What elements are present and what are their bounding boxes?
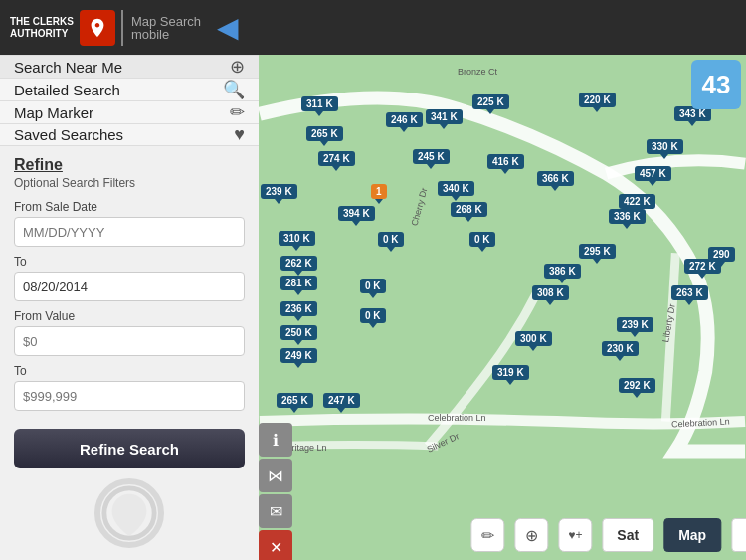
map-pin[interactable]: 0 K xyxy=(378,232,404,247)
from-sale-date-row: From Sale Date xyxy=(14,200,245,247)
logo-text: The Clerks Authority xyxy=(10,16,74,40)
map-pin[interactable]: 366 K xyxy=(537,171,574,186)
map-pin[interactable]: 265 K xyxy=(277,393,313,408)
map-pin[interactable]: 300 K xyxy=(515,331,552,346)
street-label-silver-dr: Silver Dr xyxy=(426,431,462,455)
from-value-label: From Value xyxy=(14,309,245,323)
map-pin[interactable]: 0 K xyxy=(360,279,386,293)
map-pin[interactable]: 239 K xyxy=(261,184,297,199)
count-badge: 43 xyxy=(691,60,741,109)
map-pin[interactable]: 239 K xyxy=(617,317,653,332)
map-pin[interactable]: 416 K xyxy=(487,154,524,169)
map-pin[interactable]: 457 K xyxy=(635,166,671,181)
map-pin[interactable]: 292 K xyxy=(619,378,655,393)
map-pin[interactable]: 274 K xyxy=(318,151,355,166)
map-pin[interactable]: 281 K xyxy=(280,276,317,290)
bottom-toolbar: ✏ ⊕ ♥+ Sat Map List xyxy=(470,518,746,552)
sidebar-item-search-near-me[interactable]: Search Near Me ⊕ xyxy=(0,55,259,79)
street-label-cherry-dr: Cherry Dr xyxy=(410,187,430,227)
from-sale-date-input[interactable] xyxy=(14,217,245,247)
side-icons-panel: ℹ ⋈ ✉ ✕ xyxy=(259,423,292,560)
list-button[interactable]: List xyxy=(731,518,746,552)
map-pin[interactable]: 236 K xyxy=(280,301,317,316)
back-button[interactable]: ◀ xyxy=(217,11,239,44)
map-pin[interactable]: 336 K xyxy=(609,209,646,224)
map-pin[interactable]: 0 K xyxy=(360,308,386,323)
share-icon-btn[interactable]: ⋈ xyxy=(259,459,292,492)
map-heart-plus-icon[interactable]: ♥+ xyxy=(558,518,592,552)
info-icon-btn[interactable]: ℹ xyxy=(259,423,292,457)
to-value-input[interactable] xyxy=(14,381,245,411)
refine-subtitle: Optional Search Filters xyxy=(14,176,245,190)
map-pin[interactable]: 265 K xyxy=(306,126,343,141)
search-icon: 🔍 xyxy=(223,79,245,100)
map-location-icon[interactable]: ⊕ xyxy=(514,518,548,552)
to-value-label: To xyxy=(14,364,245,378)
header-divider xyxy=(121,10,123,46)
map-pin[interactable]: 295 K xyxy=(579,244,616,259)
map-pin[interactable]: 308 K xyxy=(532,285,569,300)
refine-search-button[interactable]: Refine Search xyxy=(14,429,245,468)
street-label-liberty-dr: Liberty Dr xyxy=(660,303,677,343)
pencil-icon: ✏ xyxy=(230,101,245,123)
map-pin[interactable]: 311 K xyxy=(301,96,338,111)
map-pin[interactable]: 230 K xyxy=(602,341,639,356)
map-pin[interactable]: 263 K xyxy=(671,285,708,300)
map-pin[interactable]: 330 K xyxy=(647,139,683,154)
header: The Clerks Authority Map Search mobile ◀ xyxy=(0,0,746,55)
map-pin[interactable]: 394 K xyxy=(338,206,375,221)
to-date-label: To xyxy=(14,255,245,269)
map-pin[interactable]: 319 K xyxy=(492,365,529,380)
sat-button[interactable]: Sat xyxy=(602,518,653,552)
sidebar-item-map-marker[interactable]: Map Marker ✏ xyxy=(0,101,259,124)
map-pencil-icon[interactable]: ✏ xyxy=(470,518,504,552)
map-pin[interactable]: 250 K xyxy=(280,325,317,340)
from-value-row: From Value xyxy=(14,309,245,356)
map-area[interactable]: Bronze Ct Cherry Dr Liberty Dr Celebrati… xyxy=(259,55,746,560)
main-content: Search Near Me ⊕ Detailed Search 🔍 Map M… xyxy=(0,55,746,560)
map-button[interactable]: Map xyxy=(663,518,721,552)
heart-icon: ♥ xyxy=(234,124,245,145)
street-label-celebration-ln-2: Celebration Ln xyxy=(671,416,730,429)
to-value-row: To xyxy=(14,364,245,411)
map-pin[interactable]: 245 K xyxy=(413,149,450,164)
map-pin[interactable]: 0 K xyxy=(469,232,495,247)
refine-section: Refine Optional Search Filters From Sale… xyxy=(0,146,259,560)
map-pin[interactable]: 225 K xyxy=(472,94,509,109)
map-pin[interactable]: 1 xyxy=(371,184,387,199)
street-label-bronze-ct: Bronze Ct xyxy=(458,67,497,77)
watermark xyxy=(14,468,245,553)
location-target-icon: ⊕ xyxy=(230,56,245,78)
map-pin[interactable]: 341 K xyxy=(426,109,463,124)
app-title: Map Search mobile xyxy=(131,15,201,41)
map-pin[interactable]: 246 K xyxy=(386,112,423,127)
map-pin[interactable]: 340 K xyxy=(438,181,474,196)
map-pin[interactable]: 249 K xyxy=(280,348,317,363)
map-pin[interactable]: 268 K xyxy=(451,202,487,217)
to-date-row: To xyxy=(14,255,245,301)
from-value-input[interactable] xyxy=(14,326,245,356)
map-pin[interactable]: 272 K xyxy=(684,259,721,274)
map-pin[interactable]: 262 K xyxy=(280,256,317,271)
sidebar: Search Near Me ⊕ Detailed Search 🔍 Map M… xyxy=(0,55,259,560)
from-sale-date-label: From Sale Date xyxy=(14,200,245,214)
watermark-logo xyxy=(94,478,164,548)
map-pin[interactable]: 220 K xyxy=(579,93,616,107)
sidebar-item-saved-searches[interactable]: Saved Searches ♥ xyxy=(0,124,259,146)
logo-icon xyxy=(80,10,115,46)
mail-icon-btn[interactable]: ✉ xyxy=(259,494,292,528)
map-pin[interactable]: 422 K xyxy=(619,194,655,209)
map-pin[interactable]: 386 K xyxy=(544,264,581,279)
sidebar-item-detailed-search[interactable]: Detailed Search 🔍 xyxy=(0,79,259,101)
refine-title: Refine xyxy=(14,156,245,174)
to-date-input[interactable] xyxy=(14,272,245,301)
street-label-celebration-ln: Celebration Ln xyxy=(428,413,486,423)
map-pin[interactable]: 247 K xyxy=(323,393,360,408)
close-icon-btn[interactable]: ✕ xyxy=(259,530,292,560)
map-pin[interactable]: 310 K xyxy=(279,231,315,246)
